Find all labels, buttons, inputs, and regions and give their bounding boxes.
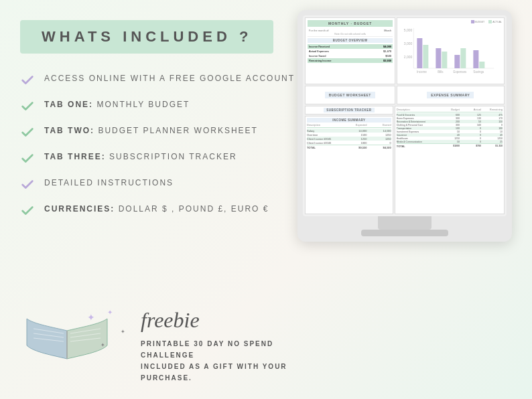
freebie-description: PRINTABLE 30 DAY NO SPEND CHALLENGE INCL… (141, 338, 308, 384)
freebie-script-text: freebie (141, 308, 308, 333)
right-panel: MONTHLY · BUDGET For the month of:March … (297, 10, 525, 278)
svg-rect-19 (480, 62, 485, 68)
svg-text:Savings: Savings (474, 70, 485, 74)
check-icon (20, 125, 35, 140)
svg-text:Bills: Bills (438, 70, 444, 74)
book-illustration: ✦ ✦ ✦ ✦ (20, 305, 127, 386)
svg-rect-15 (442, 52, 448, 68)
monitor-screen: MONTHLY · BUDGET For the month of:March … (303, 15, 507, 216)
monitor-outer: MONTHLY · BUDGET For the month of:March … (297, 10, 512, 242)
star-icon: ✦ (101, 342, 105, 348)
open-book-svg (20, 305, 114, 372)
svg-rect-18 (474, 50, 479, 68)
svg-text:2,000: 2,000 (404, 55, 413, 59)
monitor-base (361, 230, 448, 236)
svg-rect-14 (436, 48, 442, 68)
list-item: TAB TWO: BUDGET PLANNER WORKSHEET (20, 125, 308, 140)
feature-text-6: CURRENCIES: DOLLAR $ , POUND £, EURO € (44, 203, 269, 215)
page-title: WHATS INCLUDED ? (42, 28, 252, 46)
check-icon (20, 99, 35, 114)
check-icon (20, 177, 35, 192)
svg-rect-13 (423, 45, 429, 68)
freebie-section: ✦ ✦ ✦ ✦ freebie PRINTABLE 30 DAY NO SPEN… (20, 305, 308, 386)
list-item: DETAILED INSTRUCTIONS (20, 177, 308, 192)
left-panel: WHATS INCLUDED ? ACCESS ONLINE WITH A FR… (20, 20, 308, 232)
list-item: TAB ONE: MONTHLY BUDGET (20, 98, 308, 114)
star-icon: ✦ (107, 309, 113, 316)
check-icon (20, 204, 35, 218)
check-icon (20, 73, 35, 88)
star-icon: ✦ (87, 312, 95, 323)
feature-text-2: TAB ONE: MONTHLY BUDGET (44, 98, 190, 110)
monitor-stand (378, 216, 431, 230)
svg-text:Income: Income (417, 70, 427, 74)
feature-text-1: ACCESS ONLINE WITH A FREE GOOGLE ACCOUNT (44, 72, 295, 84)
svg-rect-17 (461, 48, 466, 68)
feature-text-4: TAB THREE: SUBSCRIPTION TRACKER (44, 151, 237, 163)
check-icon (20, 151, 35, 166)
feature-text-3: TAB TWO: BUDGET PLANNER WORKSHEET (44, 125, 258, 137)
svg-text:Expenses: Expenses (454, 70, 468, 74)
svg-rect-16 (455, 55, 460, 68)
svg-text:5,000: 5,000 (404, 28, 413, 32)
title-box: WHATS INCLUDED ? (20, 20, 273, 54)
list-item: ACCESS ONLINE WITH A FREE GOOGLE ACCOUNT (20, 72, 308, 88)
feature-list: ACCESS ONLINE WITH A FREE GOOGLE ACCOUNT… (20, 72, 308, 218)
svg-rect-12 (417, 38, 423, 68)
svg-text:3,000: 3,000 (404, 42, 413, 46)
star-icon: ✦ (121, 329, 125, 335)
list-item: CURRENCIES: DOLLAR $ , POUND £, EURO € (20, 203, 308, 218)
list-item: TAB THREE: SUBSCRIPTION TRACKER (20, 151, 308, 166)
feature-text-5: DETAILED INSTRUCTIONS (44, 177, 174, 189)
freebie-text-area: freebie PRINTABLE 30 DAY NO SPEND CHALLE… (141, 308, 308, 384)
